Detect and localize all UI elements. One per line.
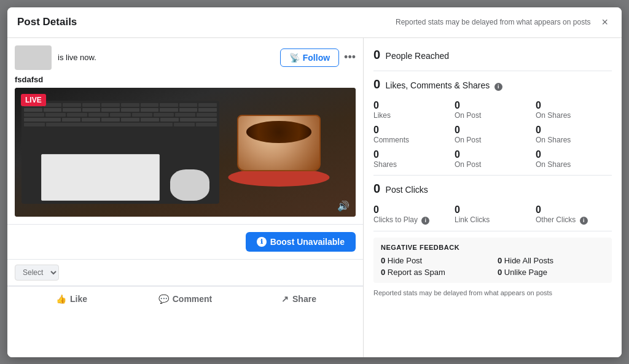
comments-on-post-cell: 0 On Post [455,125,531,144]
share-button[interactable]: ↗ Share [242,289,356,309]
post-header-right: 📡 Follow ••• [280,48,356,67]
comments-label: Comments [373,136,450,144]
likes-grid: 0 Likes 0 On Post 0 On Shares 0 Comments [373,100,612,169]
delayed-notice: Reported stats may be delayed from what … [396,18,591,26]
people-reached-section: 0 People Reached [373,48,612,62]
link-clicks-label: Link Clicks [455,215,531,224]
boost-button[interactable]: ℹ Boost Unavailable [246,232,356,252]
clicks-to-play-num: 0 [373,204,450,215]
post-card: is live now. 📡 Follow ••• fsdaf [7,38,363,225]
modal-overlay: Post Details Reported stats may be delay… [0,0,629,364]
post-header: is live now. 📡 Follow ••• [15,45,356,70]
divider-2 [373,175,612,176]
bottom-notice: Reported stats may be delayed from what … [373,289,612,296]
comment-icon: 💬 [158,294,169,304]
modal-header: Post Details Reported stats may be delay… [7,7,622,38]
report-as-spam-item: 0 Report as Spam [381,268,488,277]
shares-on-shares-label: On Shares [536,160,612,169]
comments-on-shares-num: 0 [536,125,612,136]
hide-all-posts-item: 0 Hide All Posts [498,256,604,265]
lcs-info-icon[interactable]: i [494,83,502,91]
shares-on-post-cell: 0 On Post [455,149,531,169]
follow-icon: 📡 [289,53,300,63]
clicks-to-play-info-icon[interactable]: i [421,217,429,225]
likes-on-post-num: 0 [455,100,531,111]
unlike-page-num: 0 [498,268,502,277]
comment-label: Comment [173,294,213,304]
close-button[interactable]: × [598,15,612,30]
shares-on-shares-cell: 0 On Shares [536,149,612,169]
post-clicks-count: 0 [373,182,380,195]
other-clicks-num: 0 [536,204,612,215]
modal-header-right: Reported stats may be delayed from what … [396,15,612,30]
likes-on-shares-cell: 0 On Shares [536,100,612,120]
like-button[interactable]: 👍 Like [15,289,128,309]
likes-cell: 0 Likes [373,100,450,120]
post-actions: 👍 Like 💬 Comment ↗ Share [7,286,363,311]
hide-post-item: 0 Hide Post [381,256,488,265]
post-details-modal: Post Details Reported stats may be delay… [7,7,622,357]
other-clicks-cell: 0 Other Clicks i [536,204,612,225]
other-clicks-info-icon[interactable]: i [580,217,588,225]
shares-on-post-label: On Post [455,160,531,169]
other-clicks-label: Other Clicks i [536,215,612,225]
post-header-left: is live now. [15,45,96,70]
link-clicks-num: 0 [455,204,531,215]
likes-on-post-cell: 0 On Post [455,100,531,120]
divider-3 [373,231,612,231]
live-status: is live now. [58,53,96,62]
likes-label: Likes [373,111,450,120]
likes-on-shares-num: 0 [536,100,612,111]
like-icon: 👍 [56,294,66,304]
hide-all-posts-num: 0 [498,256,502,265]
unlike-page-label: Unlike Page [504,268,547,277]
hide-all-posts-label: Hide All Posts [504,256,553,265]
people-reached-count: 0 [373,48,380,61]
reaction-select[interactable]: Select [15,265,59,281]
report-as-spam-label: Report as Spam [388,268,445,277]
follow-button[interactable]: 📡 Follow [280,48,339,67]
shares-on-shares-num: 0 [536,149,612,160]
likes-on-shares-label: On Shares [536,111,612,120]
live-badge: LIVE [21,94,46,106]
likes-num: 0 [373,100,450,111]
video-container[interactable]: LIVE [15,88,356,217]
comments-on-shares-label: On Shares [536,136,612,144]
shares-cell: 0 Shares [373,149,450,169]
right-panel: 0 People Reached 0 Likes, Comments & Sha… [364,38,622,357]
hide-post-num: 0 [381,256,385,265]
boost-section: ℹ Boost Unavailable [7,225,363,260]
report-as-spam-num: 0 [381,268,385,277]
like-label: Like [70,294,87,304]
left-panel: is live now. 📡 Follow ••• fsdaf [7,38,364,357]
modal-title: Post Details [17,16,77,28]
unlike-page-item: 0 Unlike Page [498,268,604,277]
comments-on-shares-cell: 0 On Shares [536,125,612,144]
shares-on-post-num: 0 [455,149,531,160]
shares-label: Shares [373,160,450,169]
volume-icon: 🔊 [337,200,350,212]
avatar [15,45,52,70]
nf-grid: 0 Hide Post 0 Hide All Posts 0 Report as… [381,256,604,277]
username: fsdafsd [15,75,356,84]
shares-num: 0 [373,149,450,160]
comments-num: 0 [373,125,450,136]
hide-post-label: Hide Post [388,256,422,265]
video-thumbnail [15,88,356,217]
boost-label: Boost Unavailable [270,237,345,247]
clicks-to-play-label: Clicks to Play i [373,215,450,225]
share-label: Share [292,294,316,304]
more-icon: ••• [344,51,356,63]
more-options-button[interactable]: ••• [344,51,356,64]
modal-body: is live now. 📡 Follow ••• fsdaf [7,38,622,357]
comment-button[interactable]: 💬 Comment [128,289,242,309]
post-clicks-label: Post Clicks [386,185,428,195]
follow-label: Follow [303,53,330,63]
share-icon: ↗ [281,294,289,304]
comments-on-post-num: 0 [455,125,531,136]
comments-on-post-label: On Post [455,136,531,144]
clicks-grid: 0 Clicks to Play i 0 Link Clicks 0 Othe [373,204,612,225]
people-reached-label: People Reached [386,51,450,61]
likes-comments-shares-section: 0 Likes, Comments & Shares i [373,77,612,91]
lcs-label: Likes, Comments & Shares [386,80,490,90]
